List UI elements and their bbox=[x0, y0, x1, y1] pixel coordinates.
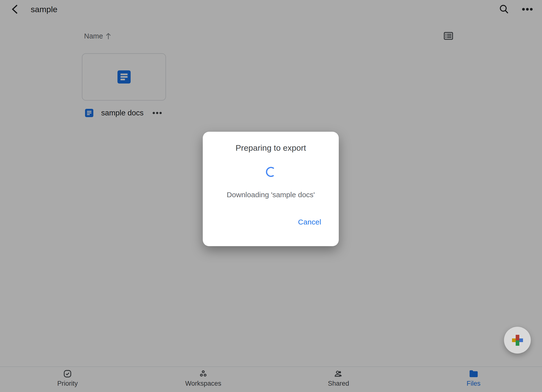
cancel-button[interactable]: Cancel bbox=[298, 217, 321, 227]
multicolor-plus-icon bbox=[512, 334, 523, 346]
dialog-message: Downloading 'sample docs' bbox=[203, 190, 339, 200]
loading-spinner-icon bbox=[263, 164, 279, 180]
preparing-to-export-dialog: Preparing to export Downloading 'sample … bbox=[203, 132, 339, 246]
new-item-fab-button[interactable] bbox=[504, 327, 531, 354]
drive-app-screen: sample Name bbox=[0, 0, 542, 392]
dialog-title: Preparing to export bbox=[203, 143, 339, 153]
